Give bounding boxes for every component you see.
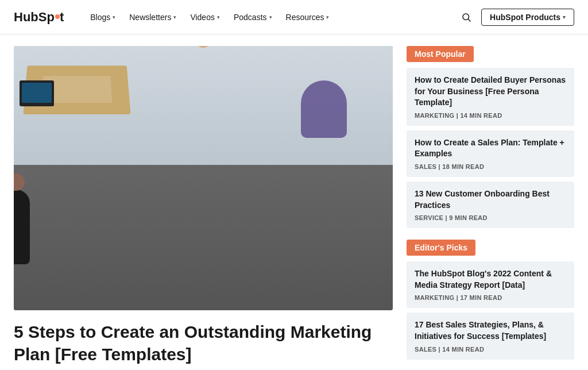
article-title: How to Create a Sales Plan: Template + E… [415, 137, 566, 160]
chevron-down-icon: ▾ [217, 14, 220, 20]
logo-text: HubSpt [14, 10, 64, 25]
hero-image-inner [14, 46, 393, 310]
editors-picks-badge: Editor's Picks [407, 240, 475, 256]
popular-article-3[interactable]: 13 New Customer Onboarding Best Practice… [407, 182, 574, 228]
logo[interactable]: HubSpt [14, 10, 64, 25]
chevron-down-icon: ▾ [173, 14, 176, 20]
article-title: How to Create Detailed Buyer Personas fo… [415, 75, 566, 109]
editors-article-1[interactable]: The HubSpot Blog's 2022 Content & Media … [407, 261, 574, 308]
navbar: HubSpt Blogs ▾ Newsletters ▾ Videos ▾ Po… [0, 0, 588, 34]
logo-dot [55, 14, 60, 19]
popular-article-2[interactable]: How to Create a Sales Plan: Template + E… [407, 130, 574, 177]
floor [14, 165, 393, 310]
chevron-down-icon: ▾ [113, 14, 115, 20]
article-meta: SALES | 18 MIN READ [415, 163, 566, 170]
editors-picks-section: Editor's Picks The HubSpot Blog's 2022 C… [407, 240, 574, 359]
nav-item-newsletters[interactable]: Newsletters ▾ [123, 9, 182, 25]
bg-chairs [301, 80, 347, 138]
most-popular-badge: Most Popular [407, 46, 474, 62]
article-meta: MARKETING | 17 MIN READ [415, 294, 566, 301]
article-title: 17 Best Sales Strategies, Plans, & Initi… [415, 319, 566, 342]
sidebar: Most Popular How to Create Detailed Buye… [393, 46, 574, 370]
popular-article-1[interactable]: How to Create Detailed Buyer Personas fo… [407, 68, 574, 126]
most-popular-section: Most Popular How to Create Detailed Buye… [407, 46, 574, 228]
monitor-screen [22, 83, 52, 103]
article-meta: MARKETING | 14 MIN READ [415, 112, 566, 119]
article-meta: SALES | 14 MIN READ [415, 346, 566, 353]
editors-article-2[interactable]: 17 Best Sales Strategies, Plans, & Initi… [407, 313, 574, 359]
hero-title: 5 Steps to Create an Outstanding Marketi… [14, 321, 393, 365]
monitor [20, 80, 54, 106]
chevron-down-icon: ▾ [326, 14, 329, 20]
hero-image [14, 46, 393, 310]
svg-line-1 [468, 19, 470, 21]
main-content: 5 Steps to Create an Outstanding Marketi… [0, 34, 588, 370]
nav-item-podcasts[interactable]: Podcasts ▾ [228, 9, 278, 25]
article-title: 13 New Customer Onboarding Best Practice… [415, 188, 566, 211]
chevron-down-icon: ▾ [269, 14, 272, 20]
search-button[interactable] [456, 7, 477, 28]
hubspot-products-button[interactable]: HubSpot Products ▾ [481, 9, 574, 26]
nav-item-resources[interactable]: Resources ▾ [280, 9, 335, 25]
nav-item-blogs[interactable]: Blogs ▾ [84, 9, 121, 25]
search-icon [461, 12, 471, 22]
article-meta: SERVICE | 9 MIN READ [415, 214, 566, 221]
nav-item-videos[interactable]: Videos ▾ [184, 9, 226, 25]
hero-section: 5 Steps to Create an Outstanding Marketi… [14, 46, 393, 370]
svg-point-0 [463, 14, 469, 20]
article-title: The HubSpot Blog's 2022 Content & Media … [415, 268, 566, 291]
chevron-down-icon: ▾ [563, 14, 566, 20]
person-presenter [14, 190, 30, 264]
nav-links: Blogs ▾ Newsletters ▾ Videos ▾ Podcasts … [84, 9, 456, 25]
